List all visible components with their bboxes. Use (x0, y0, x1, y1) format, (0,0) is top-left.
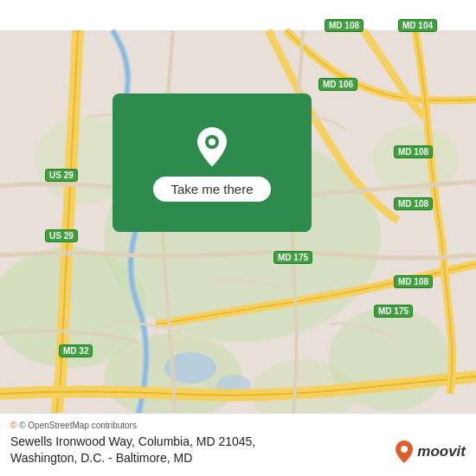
location-text: Sewells Ironwood Way, Columbia, MD 21045… (10, 434, 255, 467)
openstreetmap-icon: © (10, 421, 16, 430)
road-label-md175-2: MD 175 (374, 305, 413, 318)
map-attribution: © © OpenStreetMap contributors (10, 421, 466, 430)
road-label-md108-mid: MD 108 (394, 145, 433, 158)
location-pin-icon (193, 125, 231, 170)
svg-point-12 (401, 446, 408, 453)
road-label-md32: MD 32 (59, 344, 93, 357)
location-line2: Washington, D.C. - Baltimore, MD (10, 451, 192, 465)
road-label-us29-bot: US 29 (45, 229, 78, 242)
moovit-logo: moovit (395, 440, 466, 464)
bottom-bar: © © OpenStreetMap contributors Sewells I… (0, 413, 476, 476)
attribution-text: © OpenStreetMap contributors (19, 421, 137, 430)
road-label-md175: MD 175 (273, 251, 312, 264)
road-label-md108-bot: MD 108 (394, 275, 433, 288)
location-line1: Sewells Ironwood Way, Columbia, MD 21045… (10, 434, 255, 448)
map-container: MD 108 MD 104 MD 106 MD 108 MD 108 US 29… (0, 0, 476, 476)
road-label-md108-top: MD 108 (325, 19, 363, 32)
svg-point-11 (209, 138, 215, 145)
moovit-brand-name: moovit (417, 443, 466, 460)
road-label-md106: MD 106 (318, 78, 357, 91)
moovit-pin-icon (395, 440, 414, 464)
destination-overlay: Take me there (113, 93, 312, 232)
road-label-md108-mid2: MD 108 (394, 197, 433, 210)
road-label-md104: MD 104 (398, 19, 437, 32)
take-me-there-button[interactable]: Take me there (153, 177, 270, 202)
road-label-us29-top: US 29 (45, 169, 78, 182)
